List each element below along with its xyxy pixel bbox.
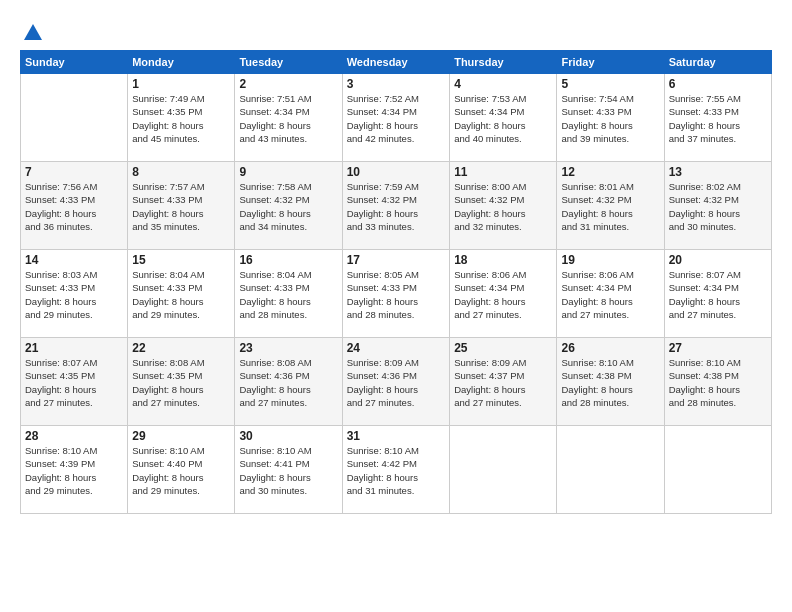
day-info: Sunrise: 8:10 AM Sunset: 4:39 PM Dayligh… — [25, 444, 123, 497]
weekday-header-wednesday: Wednesday — [342, 51, 449, 74]
calendar-cell: 7Sunrise: 7:56 AM Sunset: 4:33 PM Daylig… — [21, 162, 128, 250]
day-number: 31 — [347, 429, 445, 443]
calendar-cell: 22Sunrise: 8:08 AM Sunset: 4:35 PM Dayli… — [128, 338, 235, 426]
weekday-header-row: SundayMondayTuesdayWednesdayThursdayFrid… — [21, 51, 772, 74]
calendar-cell: 18Sunrise: 8:06 AM Sunset: 4:34 PM Dayli… — [450, 250, 557, 338]
day-info: Sunrise: 7:51 AM Sunset: 4:34 PM Dayligh… — [239, 92, 337, 145]
calendar-cell: 1Sunrise: 7:49 AM Sunset: 4:35 PM Daylig… — [128, 74, 235, 162]
calendar-cell: 11Sunrise: 8:00 AM Sunset: 4:32 PM Dayli… — [450, 162, 557, 250]
day-number: 10 — [347, 165, 445, 179]
day-info: Sunrise: 7:55 AM Sunset: 4:33 PM Dayligh… — [669, 92, 767, 145]
day-info: Sunrise: 8:01 AM Sunset: 4:32 PM Dayligh… — [561, 180, 659, 233]
calendar-cell: 5Sunrise: 7:54 AM Sunset: 4:33 PM Daylig… — [557, 74, 664, 162]
day-info: Sunrise: 8:10 AM Sunset: 4:38 PM Dayligh… — [561, 356, 659, 409]
calendar-cell: 8Sunrise: 7:57 AM Sunset: 4:33 PM Daylig… — [128, 162, 235, 250]
calendar-cell: 3Sunrise: 7:52 AM Sunset: 4:34 PM Daylig… — [342, 74, 449, 162]
calendar-cell: 9Sunrise: 7:58 AM Sunset: 4:32 PM Daylig… — [235, 162, 342, 250]
calendar-cell: 30Sunrise: 8:10 AM Sunset: 4:41 PM Dayli… — [235, 426, 342, 514]
calendar-cell: 24Sunrise: 8:09 AM Sunset: 4:36 PM Dayli… — [342, 338, 449, 426]
weekday-header-sunday: Sunday — [21, 51, 128, 74]
week-row-3: 14Sunrise: 8:03 AM Sunset: 4:33 PM Dayli… — [21, 250, 772, 338]
page: SundayMondayTuesdayWednesdayThursdayFrid… — [0, 0, 792, 612]
calendar-cell: 15Sunrise: 8:04 AM Sunset: 4:33 PM Dayli… — [128, 250, 235, 338]
day-info: Sunrise: 8:08 AM Sunset: 4:36 PM Dayligh… — [239, 356, 337, 409]
day-info: Sunrise: 8:07 AM Sunset: 4:34 PM Dayligh… — [669, 268, 767, 321]
calendar-cell: 4Sunrise: 7:53 AM Sunset: 4:34 PM Daylig… — [450, 74, 557, 162]
calendar-cell: 12Sunrise: 8:01 AM Sunset: 4:32 PM Dayli… — [557, 162, 664, 250]
day-number: 23 — [239, 341, 337, 355]
calendar-cell: 6Sunrise: 7:55 AM Sunset: 4:33 PM Daylig… — [664, 74, 771, 162]
calendar-cell: 19Sunrise: 8:06 AM Sunset: 4:34 PM Dayli… — [557, 250, 664, 338]
day-number: 27 — [669, 341, 767, 355]
week-row-5: 28Sunrise: 8:10 AM Sunset: 4:39 PM Dayli… — [21, 426, 772, 514]
calendar-cell — [557, 426, 664, 514]
day-number: 17 — [347, 253, 445, 267]
day-info: Sunrise: 8:10 AM Sunset: 4:41 PM Dayligh… — [239, 444, 337, 497]
day-number: 19 — [561, 253, 659, 267]
day-info: Sunrise: 8:00 AM Sunset: 4:32 PM Dayligh… — [454, 180, 552, 233]
day-number: 9 — [239, 165, 337, 179]
week-row-4: 21Sunrise: 8:07 AM Sunset: 4:35 PM Dayli… — [21, 338, 772, 426]
day-number: 13 — [669, 165, 767, 179]
logo-icon — [22, 22, 44, 44]
day-info: Sunrise: 8:10 AM Sunset: 4:38 PM Dayligh… — [669, 356, 767, 409]
weekday-header-friday: Friday — [557, 51, 664, 74]
day-info: Sunrise: 8:07 AM Sunset: 4:35 PM Dayligh… — [25, 356, 123, 409]
day-number: 15 — [132, 253, 230, 267]
day-info: Sunrise: 8:10 AM Sunset: 4:42 PM Dayligh… — [347, 444, 445, 497]
weekday-header-thursday: Thursday — [450, 51, 557, 74]
weekday-header-monday: Monday — [128, 51, 235, 74]
day-info: Sunrise: 7:59 AM Sunset: 4:32 PM Dayligh… — [347, 180, 445, 233]
day-number: 8 — [132, 165, 230, 179]
calendar-cell: 14Sunrise: 8:03 AM Sunset: 4:33 PM Dayli… — [21, 250, 128, 338]
calendar-cell: 27Sunrise: 8:10 AM Sunset: 4:38 PM Dayli… — [664, 338, 771, 426]
logo — [20, 22, 44, 44]
calendar-cell: 29Sunrise: 8:10 AM Sunset: 4:40 PM Dayli… — [128, 426, 235, 514]
day-number: 28 — [25, 429, 123, 443]
day-number: 18 — [454, 253, 552, 267]
calendar-table: SundayMondayTuesdayWednesdayThursdayFrid… — [20, 50, 772, 514]
calendar-cell: 10Sunrise: 7:59 AM Sunset: 4:32 PM Dayli… — [342, 162, 449, 250]
calendar-cell: 25Sunrise: 8:09 AM Sunset: 4:37 PM Dayli… — [450, 338, 557, 426]
calendar-cell: 13Sunrise: 8:02 AM Sunset: 4:32 PM Dayli… — [664, 162, 771, 250]
day-number: 14 — [25, 253, 123, 267]
day-number: 25 — [454, 341, 552, 355]
day-info: Sunrise: 7:57 AM Sunset: 4:33 PM Dayligh… — [132, 180, 230, 233]
day-info: Sunrise: 8:02 AM Sunset: 4:32 PM Dayligh… — [669, 180, 767, 233]
day-info: Sunrise: 7:49 AM Sunset: 4:35 PM Dayligh… — [132, 92, 230, 145]
week-row-2: 7Sunrise: 7:56 AM Sunset: 4:33 PM Daylig… — [21, 162, 772, 250]
calendar-cell: 26Sunrise: 8:10 AM Sunset: 4:38 PM Dayli… — [557, 338, 664, 426]
day-number: 3 — [347, 77, 445, 91]
day-info: Sunrise: 8:04 AM Sunset: 4:33 PM Dayligh… — [239, 268, 337, 321]
day-info: Sunrise: 7:53 AM Sunset: 4:34 PM Dayligh… — [454, 92, 552, 145]
day-number: 29 — [132, 429, 230, 443]
week-row-1: 1Sunrise: 7:49 AM Sunset: 4:35 PM Daylig… — [21, 74, 772, 162]
day-number: 26 — [561, 341, 659, 355]
day-info: Sunrise: 8:03 AM Sunset: 4:33 PM Dayligh… — [25, 268, 123, 321]
day-number: 7 — [25, 165, 123, 179]
weekday-header-saturday: Saturday — [664, 51, 771, 74]
calendar-cell — [664, 426, 771, 514]
day-number: 2 — [239, 77, 337, 91]
calendar-cell: 23Sunrise: 8:08 AM Sunset: 4:36 PM Dayli… — [235, 338, 342, 426]
day-info: Sunrise: 8:09 AM Sunset: 4:37 PM Dayligh… — [454, 356, 552, 409]
day-info: Sunrise: 8:04 AM Sunset: 4:33 PM Dayligh… — [132, 268, 230, 321]
calendar-cell: 17Sunrise: 8:05 AM Sunset: 4:33 PM Dayli… — [342, 250, 449, 338]
day-number: 4 — [454, 77, 552, 91]
day-number: 21 — [25, 341, 123, 355]
calendar-cell: 21Sunrise: 8:07 AM Sunset: 4:35 PM Dayli… — [21, 338, 128, 426]
day-info: Sunrise: 8:09 AM Sunset: 4:36 PM Dayligh… — [347, 356, 445, 409]
calendar-cell: 16Sunrise: 8:04 AM Sunset: 4:33 PM Dayli… — [235, 250, 342, 338]
weekday-header-tuesday: Tuesday — [235, 51, 342, 74]
day-number: 6 — [669, 77, 767, 91]
day-number: 5 — [561, 77, 659, 91]
day-number: 22 — [132, 341, 230, 355]
day-info: Sunrise: 7:52 AM Sunset: 4:34 PM Dayligh… — [347, 92, 445, 145]
day-number: 12 — [561, 165, 659, 179]
day-info: Sunrise: 8:05 AM Sunset: 4:33 PM Dayligh… — [347, 268, 445, 321]
day-info: Sunrise: 8:06 AM Sunset: 4:34 PM Dayligh… — [561, 268, 659, 321]
calendar-cell: 20Sunrise: 8:07 AM Sunset: 4:34 PM Dayli… — [664, 250, 771, 338]
svg-marker-0 — [24, 24, 42, 40]
header-row — [20, 18, 772, 44]
calendar-cell: 2Sunrise: 7:51 AM Sunset: 4:34 PM Daylig… — [235, 74, 342, 162]
